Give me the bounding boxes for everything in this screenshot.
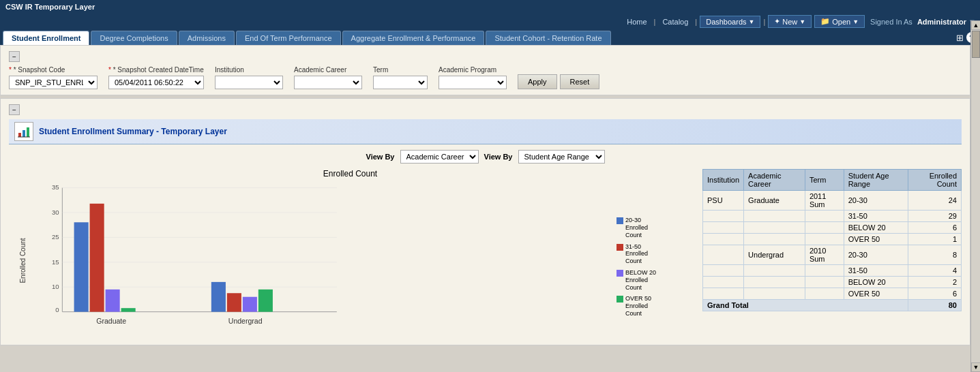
cell-age-range: BELOW 20 <box>844 222 908 234</box>
tab-student-cohort[interactable]: Student Cohort - Retention Rate <box>486 31 610 45</box>
snapshot-date-select[interactable]: 05/04/2011 06:50:22 <box>108 76 204 89</box>
table-row: Undergrad 2010 Sum 20-30 8 <box>703 245 962 265</box>
table-row: OVER 50 1 <box>703 234 962 245</box>
cell-term <box>805 234 844 245</box>
cell-count: 6 <box>908 288 962 300</box>
tab-aggregate-enrollment[interactable]: Aggregate Enrollment & Performance <box>342 31 485 45</box>
chart-section: − Student Enrollment Summary - Temporary… <box>0 98 970 345</box>
apply-button[interactable]: Apply <box>518 74 557 89</box>
view-by-2-select[interactable]: Student Age Range <box>518 150 605 164</box>
academic-career-label: Academic Career <box>294 66 362 74</box>
institution-select[interactable] <box>215 76 283 89</box>
cell-term <box>805 265 844 277</box>
cell-career <box>744 234 805 245</box>
term-label: Term <box>373 66 428 74</box>
cell-count: 29 <box>908 211 962 222</box>
cell-age-range: 20-30 <box>844 245 908 265</box>
collapse-filter-button[interactable]: − <box>9 51 20 62</box>
svg-rect-25 <box>258 290 273 312</box>
academic-program-select[interactable] <box>439 76 507 89</box>
grand-total-count: 80 <box>908 300 962 311</box>
scroll-thumb[interactable] <box>972 31 980 58</box>
legend-item-below20: BELOW 20EnrolledCount <box>617 269 692 291</box>
svg-text:30: 30 <box>52 208 59 216</box>
open-button[interactable]: 📁 Open ▼ <box>814 15 865 28</box>
view-by-row: View By Academic Career View By Student … <box>9 150 962 164</box>
tab-end-of-term[interactable]: End Of Term Performance <box>236 31 341 45</box>
legend-item-over50: OVER 50EnrolledCount <box>617 295 692 317</box>
cell-institution <box>703 245 744 265</box>
table-row: 31-50 29 <box>703 211 962 222</box>
cell-institution <box>703 277 744 288</box>
table-row: OVER 50 6 <box>703 288 962 300</box>
col-enrolled-count: Enrolled Count <box>908 170 962 191</box>
new-arrow-icon: ▼ <box>799 18 805 25</box>
cell-institution <box>703 211 744 222</box>
academic-program-label: Academic Program <box>439 66 507 74</box>
cell-career <box>744 265 805 277</box>
scroll-up-button[interactable]: ▲ <box>971 20 980 30</box>
cell-count: 24 <box>908 191 962 211</box>
cell-career <box>744 211 805 222</box>
cell-term <box>805 222 844 234</box>
svg-rect-2 <box>27 127 29 137</box>
term-select[interactable] <box>373 76 428 89</box>
cell-term <box>805 277 844 288</box>
dashboards-button[interactable]: Dashboards ▼ <box>700 16 760 28</box>
snapshot-code-group: * * Snapshot Code SNP_IR_STU_ENRL_S <box>9 66 98 89</box>
new-button[interactable]: ✦ New ▼ <box>768 15 812 28</box>
cell-career <box>744 222 805 234</box>
snapshot-date-group: * * Snapshot Created DateTime 05/04/2011… <box>108 66 204 89</box>
legend-item-20-30: 20-30EnrolledCount <box>617 217 692 238</box>
catalog-link[interactable]: Catalog <box>658 16 692 27</box>
table-row: 31-50 4 <box>703 265 962 277</box>
tab-degree-completions[interactable]: Degree Completions <box>91 31 177 45</box>
svg-rect-20 <box>121 308 136 311</box>
tab-bar: Student Enrollment Degree Completions Ad… <box>0 29 980 45</box>
svg-text:15: 15 <box>52 258 59 266</box>
table-row: BELOW 20 2 <box>703 277 962 288</box>
tab-admissions[interactable]: Admissions <box>179 31 235 45</box>
scroll-down-button[interactable]: ▼ <box>971 362 980 372</box>
term-group: Term <box>373 66 428 89</box>
grand-total-row: Grand Total 80 <box>703 300 962 311</box>
chart-title: Enrolled Count <box>9 169 692 179</box>
cell-institution <box>703 222 744 234</box>
cell-age-range: OVER 50 <box>844 288 908 300</box>
view-by-1-label: View By <box>366 153 395 161</box>
table-row: BELOW 20 6 <box>703 222 962 234</box>
cell-career: Undergrad <box>744 245 805 265</box>
academic-career-select[interactable] <box>294 76 362 89</box>
chart-section-title: Student Enrollment Summary - Temporary L… <box>39 127 227 136</box>
snapshot-code-select[interactable]: SNP_IR_STU_ENRL_S <box>9 76 98 89</box>
reset-button[interactable]: Reset <box>560 74 600 89</box>
main-content: − * * Snapshot Code SNP_IR_STU_ENRL_S * … <box>0 45 970 345</box>
svg-rect-24 <box>243 297 257 312</box>
table-header-row: Institution Academic Career Term Student… <box>703 170 962 191</box>
cell-age-range: OVER 50 <box>844 234 908 245</box>
title-bar: CSW IR Temporary Layer <box>0 0 980 14</box>
cell-term: 2010 Sum <box>805 245 844 265</box>
legend-color-below20 <box>617 270 623 277</box>
collapse-chart-button[interactable]: − <box>9 104 20 115</box>
bar-chart-svg: 35 30 25 15 10 0 <box>36 181 350 338</box>
cell-count: 8 <box>908 245 962 265</box>
scrollbar[interactable]: ▲ ▼ <box>970 20 980 372</box>
cell-count: 6 <box>908 222 962 234</box>
cell-term <box>805 288 844 300</box>
col-term: Term <box>805 170 844 191</box>
tab-student-enrollment[interactable]: Student Enrollment <box>3 31 89 45</box>
svg-rect-23 <box>227 293 241 311</box>
cell-term: 2011 Sum <box>805 191 844 211</box>
cell-institution: PSU <box>703 191 744 211</box>
view-by-1-select[interactable]: Academic Career <box>400 150 479 164</box>
grid-icon: ⊞ <box>956 33 964 43</box>
academic-program-group: Academic Program <box>439 66 507 89</box>
legend-color-31-50 <box>617 244 623 251</box>
filter-section: − * * Snapshot Code SNP_IR_STU_ENRL_S * … <box>0 45 970 95</box>
svg-text:0: 0 <box>55 306 59 313</box>
home-link[interactable]: Home <box>623 16 651 27</box>
legend-item-31-50: 31-50EnrolledCount <box>617 243 692 265</box>
chart-legend: 20-30EnrolledCount 31-50EnrolledCount BE… <box>617 181 692 339</box>
app-title: CSW IR Temporary Layer <box>5 3 95 11</box>
